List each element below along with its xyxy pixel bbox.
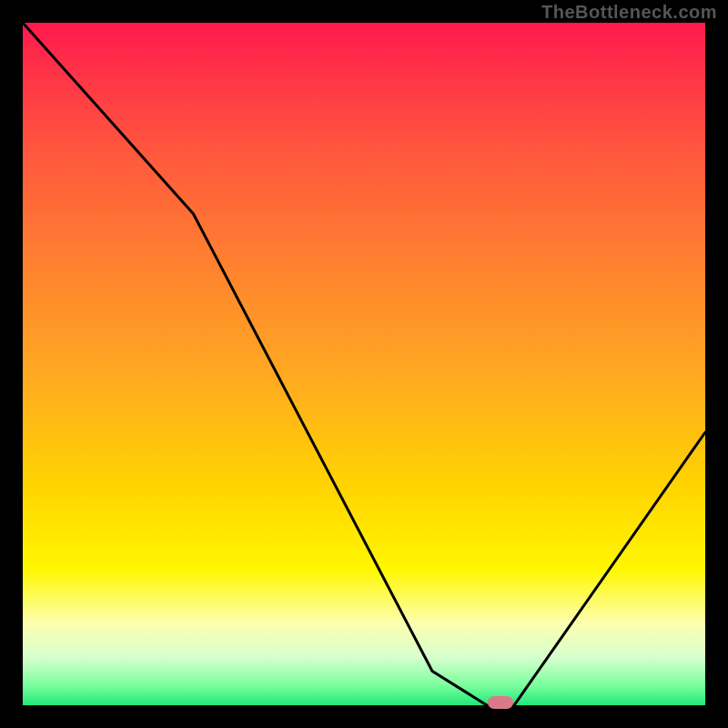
plot-area	[23, 23, 705, 705]
data-marker	[488, 696, 513, 709]
watermark-text: TheBottleneck.com	[541, 2, 717, 23]
line-series	[23, 23, 705, 705]
chart-frame: TheBottleneck.com	[0, 0, 728, 728]
